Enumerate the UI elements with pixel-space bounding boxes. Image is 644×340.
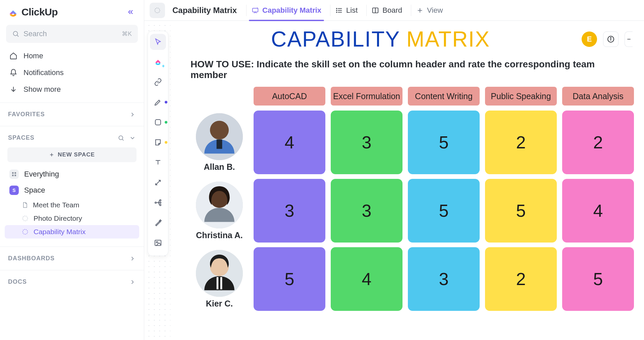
nav-show-more-label: Show more: [23, 85, 61, 94]
skill-header[interactable]: Public Speaking: [485, 87, 557, 106]
document-icon: [21, 201, 28, 209]
person-cell[interactable]: Kier C.: [191, 250, 248, 309]
rating-cell[interactable]: 4: [562, 179, 634, 243]
app-logo[interactable]: ClickUp: [7, 6, 58, 18]
rating-cell[interactable]: 2: [562, 111, 634, 174]
svg-rect-44: [218, 277, 220, 289]
whiteboard-toolstrip: +: [144, 21, 170, 340]
tab-add-view[interactable]: View: [411, 0, 448, 21]
svg-point-0: [13, 31, 18, 36]
sidebar-space[interactable]: S Space: [0, 182, 144, 198]
skill-header[interactable]: Excel Formulation: [331, 87, 402, 106]
rating-cell[interactable]: 4: [331, 247, 402, 311]
rating-cell[interactable]: 5: [408, 179, 480, 243]
rating-cell[interactable]: 3: [408, 247, 480, 311]
svg-rect-14: [253, 8, 258, 12]
chevrons-left-icon: [127, 8, 134, 16]
sidebar-item-meet-team[interactable]: Meet the Team: [0, 198, 144, 212]
rating-cell[interactable]: 4: [254, 111, 325, 174]
space-badge-icon: S: [9, 186, 19, 195]
person-cell[interactable]: Christina A.: [191, 182, 248, 240]
tool-connector[interactable]: [150, 175, 166, 191]
svg-point-20: [336, 12, 337, 12]
skill-header[interactable]: Data Analysis: [562, 87, 634, 106]
grid-icon: [9, 169, 19, 179]
tool-cursor[interactable]: [150, 34, 166, 50]
rating-cell[interactable]: 5: [408, 111, 480, 174]
new-space-button[interactable]: NEW SPACE: [7, 147, 137, 162]
tab-whiteboard[interactable]: Capability Matrix: [246, 0, 327, 21]
sidebar-item-photo-directory[interactable]: Photo Directory: [0, 212, 144, 225]
nav-notifications[interactable]: Notifications: [0, 64, 144, 81]
rating-cell[interactable]: 5: [254, 247, 325, 311]
whiteboard-icon: [252, 7, 259, 14]
collapse-sidebar-button[interactable]: [124, 6, 137, 18]
rating-cell[interactable]: 2: [485, 111, 557, 174]
skill-header[interactable]: Content Writing: [408, 87, 480, 106]
rating-cell[interactable]: 5: [562, 247, 634, 311]
sidebar-item-capability-matrix[interactable]: Capability Matrix: [5, 225, 139, 239]
main: Capability Matrix Capability Matrix List…: [144, 0, 644, 340]
svg-point-12: [23, 229, 28, 234]
person-avatar: [196, 182, 243, 228]
capability-matrix: AutoCAD Excel Formulation Content Writin…: [191, 86, 634, 311]
whiteboard-canvas[interactable]: CAPABILITY MATRIX E HOW TO US: [170, 21, 644, 340]
svg-point-34: [610, 38, 611, 38]
tool-text[interactable]: [150, 154, 166, 171]
section-spaces[interactable]: SPACES: [0, 131, 144, 145]
tool-magic[interactable]: [150, 215, 166, 231]
page-title: CAPABILITY MATRIX: [271, 27, 490, 52]
tool-image[interactable]: [150, 235, 166, 251]
section-dashboards[interactable]: DASHBOARDS: [0, 252, 144, 265]
rating-cell[interactable]: 2: [485, 247, 557, 311]
square-icon: [154, 118, 162, 126]
tool-clickup[interactable]: +: [150, 54, 166, 70]
sidebar-item-label: Meet the Team: [33, 201, 79, 209]
rating-cell[interactable]: 3: [254, 179, 325, 243]
nav-show-more[interactable]: Show more: [0, 81, 144, 98]
app-name: ClickUp: [21, 6, 58, 18]
person-cell[interactable]: Allan B.: [191, 113, 248, 172]
svg-point-37: [210, 121, 229, 139]
rating-cell[interactable]: 3: [331, 179, 402, 243]
svg-point-27: [160, 200, 161, 201]
tool-link[interactable]: [150, 74, 166, 90]
person-avatar: [196, 113, 243, 160]
sidebar-everything[interactable]: Everything: [0, 166, 144, 182]
search-icon[interactable]: [118, 135, 124, 141]
breadcrumb-title[interactable]: Capability Matrix: [172, 6, 237, 15]
search-input[interactable]: Search ⌘K: [6, 25, 138, 43]
tool-shape[interactable]: [150, 114, 166, 130]
section-favorites[interactable]: FAVORITES: [0, 108, 144, 121]
user-avatar[interactable]: E: [582, 31, 597, 47]
tool-mindmap[interactable]: [150, 195, 166, 211]
rating-cell[interactable]: 5: [485, 179, 557, 243]
home-icon: [9, 52, 17, 60]
nav-home[interactable]: Home: [0, 48, 144, 64]
tab-list[interactable]: List: [330, 0, 363, 21]
status-dot-icon: [165, 101, 167, 104]
skill-header[interactable]: AutoCAD: [254, 87, 325, 106]
tool-sticky[interactable]: [150, 134, 166, 150]
collapse-panel-button[interactable]: [625, 31, 633, 47]
status-dot-icon: [165, 121, 167, 124]
person-name: Allan B.: [204, 162, 235, 172]
status-dot-icon: [165, 141, 167, 144]
svg-rect-9: [12, 175, 14, 176]
section-docs[interactable]: DOCS: [0, 275, 144, 289]
image-icon: [154, 239, 162, 247]
info-button[interactable]: [603, 31, 619, 47]
svg-point-18: [336, 8, 337, 9]
tab-board[interactable]: Board: [366, 0, 408, 21]
plus-icon: [416, 7, 424, 14]
chevron-right-icon: [129, 111, 136, 118]
svg-rect-7: [12, 172, 14, 174]
search-placeholder: Search: [23, 29, 47, 38]
tool-pen[interactable]: [150, 94, 166, 110]
link-icon: [154, 78, 162, 86]
rating-cell[interactable]: 3: [331, 111, 402, 174]
breadcrumb-icon[interactable]: [150, 3, 165, 18]
svg-rect-30: [155, 240, 161, 246]
nav-notifications-label: Notifications: [23, 68, 64, 77]
chevron-down-icon[interactable]: [129, 135, 136, 141]
